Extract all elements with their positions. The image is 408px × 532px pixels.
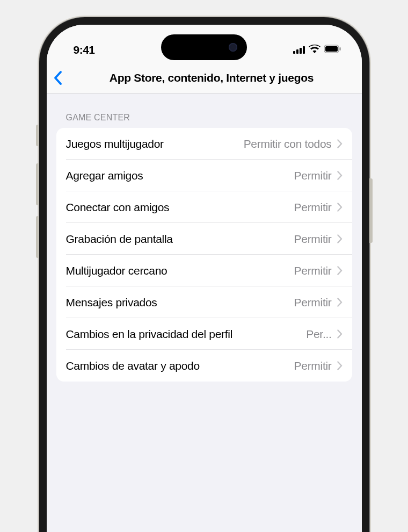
svg-rect-2 [339,47,340,51]
volume-up-button [36,163,39,205]
side-button [36,125,39,146]
chevron-right-icon [337,329,343,339]
setting-label: Cambios de avatar y apodo [66,360,200,372]
setting-value: Permitir [294,201,332,214]
setting-label: Juegos multijugador [66,138,164,150]
setting-label: Multijugador cercano [66,264,167,277]
setting-item-nearby-multiplayer[interactable]: Multijugador cercano Permitir [56,255,352,286]
chevron-right-icon [337,298,343,307]
screen: 9:41 [47,25,362,532]
chevron-right-icon [337,203,343,212]
setting-value: Permitir [294,264,332,277]
setting-label: Grabación de pantalla [66,233,173,246]
setting-item-private-messages[interactable]: Mensajes privados Permitir [56,286,352,318]
chevron-right-icon [337,139,343,148]
chevron-right-icon [337,171,343,180]
chevron-right-icon [337,266,343,275]
back-button[interactable] [53,70,63,85]
svg-rect-1 [325,46,338,52]
setting-value: Permitir [294,233,332,246]
setting-value: Permitir [294,360,332,372]
dynamic-island [161,34,247,60]
setting-item-avatar-nickname[interactable]: Cambios de avatar y apodo Permitir [56,350,352,382]
setting-value: Permitir [294,296,332,309]
chevron-left-icon [53,70,63,85]
setting-value: Permitir con todos [244,138,332,150]
setting-label: Conectar con amigos [66,201,170,214]
setting-item-connect-friends[interactable]: Conectar con amigos Permitir [56,191,352,223]
power-button [369,178,373,243]
setting-item-add-friends[interactable]: Agregar amigos Permitir [56,160,352,191]
setting-item-privacy-changes[interactable]: Cambios en la privacidad del perfil Per.… [56,318,352,350]
chevron-right-icon [337,234,343,243]
volume-down-button [36,216,39,258]
status-time: 9:41 [74,44,95,56]
setting-label: Agregar amigos [66,169,143,182]
settings-list: Juegos multijugador Permitir con todos A… [56,128,352,382]
chevron-right-icon [337,361,343,370]
content-area: GAME CENTER Juegos multijugador Permitir… [47,94,362,382]
page-title: App Store, contenido, Internet y juegos [55,71,353,84]
wifi-icon [309,45,320,55]
setting-value: Per... [306,328,331,341]
camera-dot [229,43,237,52]
setting-item-multiplayer-games[interactable]: Juegos multijugador Permitir con todos [56,128,352,160]
navigation-bar: App Store, contenido, Internet y juegos [47,62,362,94]
battery-icon [324,45,341,55]
cellular-signal-icon [293,46,305,54]
phone-frame: 9:41 [39,17,369,532]
section-header-game-center: GAME CENTER [56,94,352,128]
setting-label: Cambios en la privacidad del perfil [66,328,233,341]
setting-item-screen-recording[interactable]: Grabación de pantalla Permitir [56,223,352,255]
setting-label: Mensajes privados [66,296,157,309]
status-icons [293,45,341,55]
setting-value: Permitir [294,169,332,182]
